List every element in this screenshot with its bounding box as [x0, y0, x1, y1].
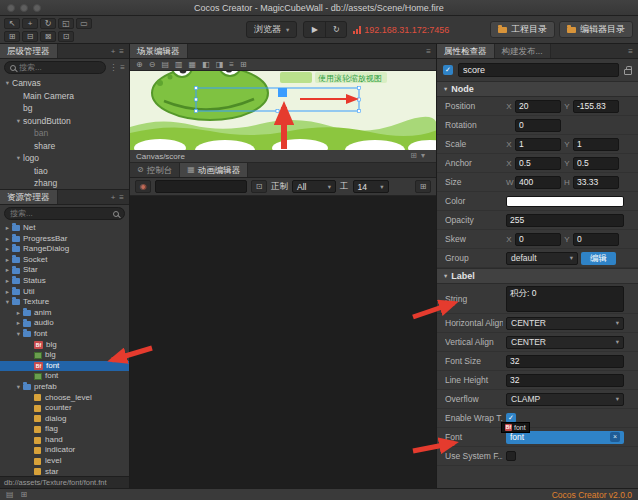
record-button[interactable]: ◉ [135, 180, 151, 193]
edit-group-button[interactable]: 编辑 [581, 252, 616, 265]
expand-icon[interactable]: ▾ [3, 77, 12, 90]
hierarchy-search[interactable] [4, 61, 106, 74]
skew-y-field[interactable] [573, 233, 619, 246]
h-align-dropdown[interactable]: CENTER ▾ [506, 317, 624, 330]
add-node-icon[interactable]: + [111, 47, 116, 56]
group-dropdown[interactable]: default ▾ [506, 252, 578, 265]
hierarchy-item[interactable]: bg [0, 102, 129, 115]
asset-item[interactable]: ▸Net [0, 223, 129, 234]
expand-icon[interactable]: ▸ [14, 308, 23, 319]
asset-item[interactable]: dialog [0, 414, 129, 425]
node-section-header[interactable]: ▾ Node [437, 81, 638, 97]
preview-target-dropdown[interactable]: 浏览器 ▾ [246, 21, 297, 38]
scale-tool-icon[interactable]: ◱ [58, 18, 74, 29]
collapse-icon[interactable]: ▾ [444, 272, 447, 280]
size-h-field[interactable] [573, 176, 619, 189]
grid-toggle-icon[interactable]: ⊞ [240, 59, 247, 70]
hierarchy-item[interactable]: ban [0, 127, 129, 140]
asset-item[interactable]: ▸Status [0, 276, 129, 287]
rect-tool-icon[interactable]: ▭ [76, 18, 92, 29]
panel-settings-button[interactable]: ⊞ [415, 180, 431, 193]
expand-icon[interactable]: ▸ [3, 265, 12, 276]
play-button[interactable]: ▶ [304, 22, 325, 37]
string-field[interactable]: 积分: 0 [506, 286, 624, 312]
asset-item[interactable]: ▾Texture [0, 297, 129, 308]
distribute-icon[interactable]: ≡ [229, 59, 234, 70]
window-close-button[interactable] [7, 4, 15, 12]
assets-search-input[interactable] [10, 209, 110, 218]
align-bottom-icon[interactable]: ▦ [189, 59, 197, 70]
node-active-checkbox[interactable]: ✓ [443, 65, 453, 75]
window-minimize-button[interactable] [20, 4, 28, 12]
align-middle-icon[interactable]: ▥ [175, 59, 183, 70]
sort-icon[interactable]: ≡ [120, 63, 125, 72]
align-left-icon[interactable]: ◧ [202, 59, 210, 70]
node-name-field[interactable] [458, 63, 619, 77]
skew-x-field[interactable] [515, 233, 561, 246]
use-system-font-checkbox[interactable] [506, 451, 516, 461]
move-tool-icon[interactable]: + [22, 18, 38, 29]
expand-icon[interactable]: ▾ [14, 115, 23, 128]
snap-grid-icon[interactable]: ⊞ [4, 31, 20, 42]
asset-item[interactable]: ▾font [0, 329, 129, 340]
rotate-tool-icon[interactable]: ↻ [40, 18, 56, 29]
console-log-icon[interactable]: ▤ [6, 490, 14, 499]
align-top-icon[interactable]: ▤ [161, 59, 169, 70]
asset-item[interactable]: counter [0, 403, 129, 414]
asset-item-selected[interactable]: font [0, 361, 129, 372]
hierarchy-item[interactable]: tiao [0, 165, 129, 178]
scale-x-field[interactable] [515, 138, 561, 151]
asset-item[interactable]: ▸audio [0, 318, 129, 329]
snap-collapse-icon[interactable]: ⊟ [22, 31, 38, 42]
insert-tool-icon[interactable]: 工 [340, 181, 349, 193]
hierarchy-item[interactable]: ▾soundButton [0, 115, 129, 128]
align-right-icon[interactable]: ◨ [216, 59, 224, 70]
zoom-in-icon[interactable]: ⊕ [136, 59, 143, 70]
asset-item[interactable]: ▸anim [0, 308, 129, 319]
asset-item[interactable]: font [0, 371, 129, 382]
project-directory-button[interactable]: 工程目录 [490, 21, 555, 38]
asset-item[interactable]: level [0, 456, 129, 467]
remove-font-icon[interactable]: × [610, 432, 620, 442]
select-tool-icon[interactable]: ↖ [4, 18, 20, 29]
editor-directory-button[interactable]: 编辑器目录 [559, 21, 633, 38]
panel-menu-icon[interactable]: ≡ [119, 193, 124, 202]
asset-item[interactable]: ▸Util [0, 287, 129, 298]
asset-item[interactable]: indicator [0, 445, 129, 456]
color-swatch[interactable] [506, 196, 624, 207]
asset-item[interactable]: blg [0, 350, 129, 361]
hierarchy-search-input[interactable] [19, 63, 100, 72]
expand-icon[interactable]: ▸ [3, 223, 12, 234]
scene-canvas[interactable]: 使用滚轮缩放视图 [130, 71, 436, 150]
assets-search[interactable] [4, 207, 125, 220]
asset-item[interactable]: ▸Socket [0, 255, 129, 266]
size-w-field[interactable] [515, 176, 561, 189]
tab-hierarchy[interactable]: 层级管理器 [0, 44, 58, 58]
expand-icon[interactable]: ▸ [3, 287, 12, 298]
expand-icon[interactable]: ▾ [3, 297, 12, 308]
refresh-button[interactable]: ↻ [325, 22, 346, 37]
snap-dot-icon[interactable]: ⊡ [58, 31, 74, 42]
overflow-dropdown[interactable]: CLAMP ▾ [506, 393, 624, 406]
asset-item[interactable]: ▸RangeDialog [0, 244, 129, 255]
expand-icon[interactable]: ▾ [14, 329, 23, 340]
font-size-field[interactable] [506, 355, 624, 368]
asset-item[interactable]: ▸ProgressBar [0, 234, 129, 245]
rotation-field[interactable] [515, 119, 561, 132]
layout-icon[interactable]: ⊞ [21, 490, 28, 499]
expand-icon[interactable]: ▾ [14, 152, 23, 165]
hierarchy-item[interactable]: zhang [0, 177, 129, 189]
tab-build[interactable]: 构建发布... [495, 44, 551, 58]
asset-item[interactable]: flag [0, 424, 129, 435]
expand-icon[interactable]: ▸ [14, 318, 23, 329]
tab-inspector[interactable]: 属性检查器 [437, 44, 495, 58]
chevron-down-icon[interactable]: ▾ [421, 151, 425, 160]
anchor-x-field[interactable] [515, 157, 561, 170]
hierarchy-item[interactable]: Main Camera [0, 90, 129, 103]
tab-animation-editor[interactable]: ▦ 动画编辑器 [180, 163, 248, 177]
zoom-out-icon[interactable]: ⊖ [149, 59, 156, 70]
line-height-field[interactable] [506, 374, 624, 387]
panel-menu-icon[interactable]: ≡ [628, 47, 633, 56]
expand-icon[interactable]: ▸ [3, 276, 12, 287]
snap-cross-icon[interactable]: ⊠ [40, 31, 56, 42]
